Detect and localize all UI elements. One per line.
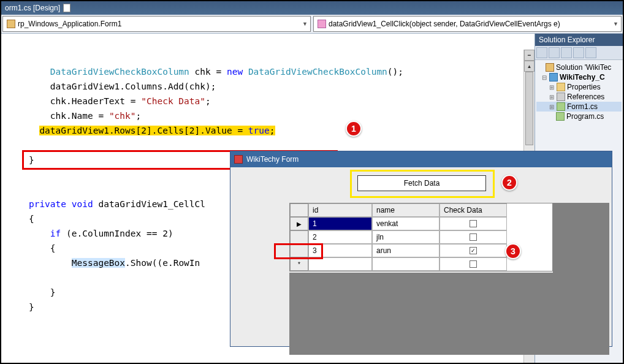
highlight-box-3 (274, 243, 323, 259)
chevron-down-icon: ▼ (613, 21, 618, 27)
grid-background (553, 203, 609, 355)
row-header[interactable] (290, 230, 308, 244)
csharp-file-icon (557, 102, 565, 111)
scroll-thumb[interactable] (525, 72, 533, 145)
toolbar-icon[interactable] (549, 47, 560, 58)
explorer-toolbar (535, 46, 623, 60)
row-indicator[interactable]: ▶ (290, 217, 308, 230)
tree-solution[interactable]: Solution 'WikiTec (536, 63, 622, 72)
grid-row[interactable]: ▶ 1 venkat (290, 217, 552, 230)
grid-corner[interactable] (290, 203, 308, 217)
checkbox-cell[interactable] (439, 230, 507, 244)
column-header-check[interactable]: Check Data (439, 203, 507, 217)
tree-project[interactable]: ⊟WikiTechy_C (536, 72, 622, 82)
method-dropdown[interactable]: dataGridView1_CellClick(object sender, D… (313, 16, 622, 32)
column-header-id[interactable]: id (308, 203, 372, 217)
class-icon (7, 20, 15, 28)
event-icon (318, 20, 326, 28)
document-tab[interactable]: orm1.cs [Design] (1, 1, 623, 15)
checkbox[interactable] (470, 260, 477, 268)
checkbox-cell[interactable]: ✓ (439, 244, 507, 257)
app-icon (234, 155, 243, 164)
toolbar-icon[interactable] (561, 47, 572, 58)
tree-properties[interactable]: ⊞Properties (536, 82, 622, 92)
chevron-down-icon: ▼ (302, 21, 308, 27)
code-token: DataGridViewCheckBoxColumn (50, 67, 189, 77)
winform-title: WikiTechy Form (246, 155, 299, 164)
solution-icon (546, 63, 554, 72)
annotation-badge-3: 3 (505, 243, 521, 259)
toolbar-icon[interactable] (585, 47, 596, 58)
highlight-box-2 (350, 170, 495, 198)
class-dropdown[interactable]: rp_Windows_Application.Form1 ▼ (2, 16, 311, 32)
document-icon (63, 4, 70, 12)
grid-row[interactable]: 2 jln (290, 230, 552, 244)
solution-tree[interactable]: Solution 'WikiTec ⊟WikiTechy_C ⊞Properti… (535, 60, 623, 124)
panel-title: Solution Explorer (535, 34, 623, 46)
annotation-badge-1: 1 (346, 121, 362, 137)
toolbar-icon[interactable] (573, 47, 584, 58)
grid-header-row: id name Check Data (290, 203, 552, 217)
new-row-indicator[interactable]: * (290, 257, 308, 271)
grid-new-row[interactable]: * (290, 257, 552, 271)
tree-references[interactable]: ⊞References (536, 92, 622, 102)
folder-icon (557, 83, 565, 91)
grid-background (289, 273, 553, 355)
tree-program[interactable]: Program.cs (536, 112, 622, 121)
checkbox-cell[interactable] (439, 257, 507, 271)
winform-titlebar[interactable]: WikiTechy Form (230, 151, 612, 167)
toolbar-icon[interactable] (536, 47, 547, 58)
checkbox-checked[interactable]: ✓ (470, 247, 477, 254)
references-icon (557, 93, 565, 101)
column-header-name[interactable]: name (372, 203, 439, 217)
scroll-split-icon[interactable]: ━ (524, 50, 535, 61)
checkbox[interactable] (470, 220, 477, 227)
scroll-up-icon[interactable]: ▲ (524, 61, 535, 72)
project-icon (549, 73, 558, 82)
navigation-bar: rp_Windows_Application.Form1 ▼ dataGridV… (1, 15, 623, 34)
csharp-file-icon (556, 112, 565, 121)
datagridview[interactable]: id name Check Data ▶ 1 venkat 2 jln 3 ar… (289, 203, 553, 271)
checkbox-cell[interactable] (439, 217, 507, 230)
tab-title: orm1.cs [Design] (5, 4, 60, 12)
tree-form1[interactable]: ⊞Form1.cs (536, 102, 622, 112)
annotation-badge-2: 2 (501, 175, 517, 191)
checkbox[interactable] (470, 233, 477, 241)
